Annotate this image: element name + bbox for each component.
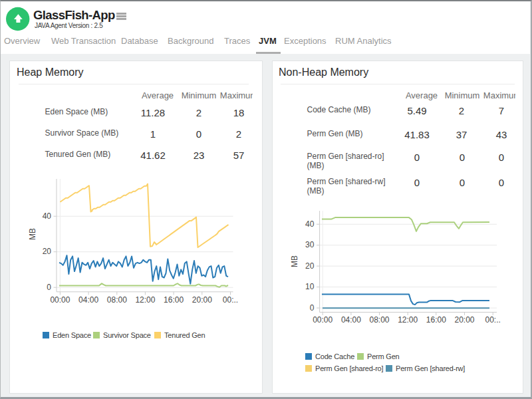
svg-text:16:00: 16:00 — [164, 295, 184, 305]
svg-text:12:00: 12:00 — [398, 315, 418, 325]
svg-text:MB: MB — [28, 228, 37, 240]
svg-text:0: 0 — [47, 283, 51, 292]
svg-text:0: 0 — [310, 303, 315, 313]
svg-text:04:00: 04:00 — [78, 295, 98, 305]
svg-text:04:00: 04:00 — [341, 315, 361, 325]
svg-text:20: 20 — [305, 261, 315, 271]
svg-text:40: 40 — [305, 219, 315, 229]
svg-text:20: 20 — [43, 247, 52, 256]
svg-text:10: 10 — [305, 282, 315, 291]
svg-text:20:00: 20:00 — [454, 315, 474, 325]
svg-text:08:00: 08:00 — [107, 295, 127, 305]
svg-text:08:00: 08:00 — [369, 315, 389, 325]
svg-text:MB: MB — [290, 255, 299, 267]
svg-text:00:00: 00:00 — [50, 295, 70, 305]
svg-text:00:..: 00:.. — [223, 295, 238, 305]
svg-text:00:..: 00:.. — [485, 315, 501, 325]
svg-text:12:00: 12:00 — [135, 295, 155, 305]
svg-text:30: 30 — [305, 240, 315, 249]
svg-text:20:00: 20:00 — [192, 295, 212, 305]
svg-text:00:00: 00:00 — [313, 315, 332, 325]
svg-text:16:00: 16:00 — [426, 315, 446, 325]
svg-text:40: 40 — [43, 211, 52, 221]
